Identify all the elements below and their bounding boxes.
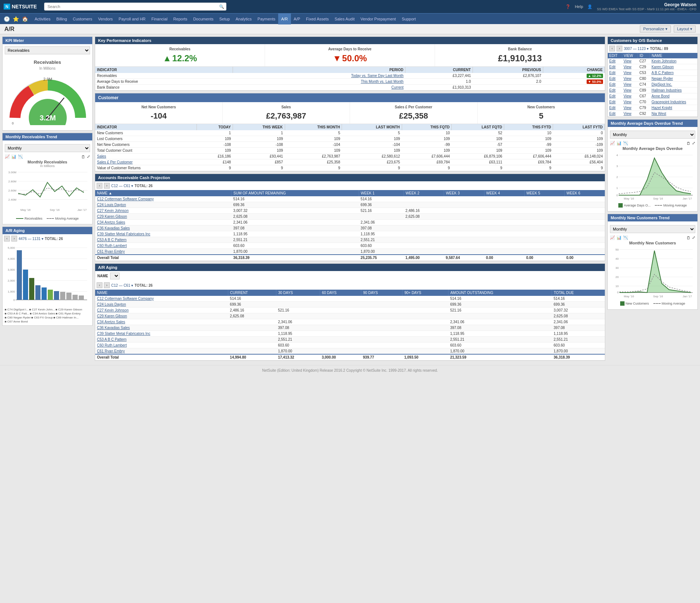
nav-activities[interactable]: Activities [32,13,53,24]
cos-name-2[interactable]: A B C Pattern [652,71,674,75]
cp-row-8-name[interactable]: C60 Ruth Lambert [97,244,127,248]
customers-os-next[interactable]: › [617,46,622,51]
cos-name-8[interactable]: Hazel Knight [652,106,672,110]
cos-view-6[interactable]: View [623,94,631,98]
monthly-receivables-select[interactable]: Monthly [5,144,90,152]
cos-edit-4[interactable]: Edit [609,82,615,86]
avgdays-chart-icon-area[interactable]: 📊 [617,141,622,146]
cos-name-5[interactable]: Hallman Industries [652,88,682,92]
nav-billing[interactable]: Billing [53,13,70,24]
cp-row-9-name[interactable]: C61 Ryan Embry [97,250,125,254]
layout-button[interactable]: Layout ▾ [674,26,696,32]
nav-reports[interactable]: Reports [170,13,190,24]
arac-row-0-name[interactable]: C12 Cotterman Software Company [97,297,154,301]
cp-row-0-name[interactable]: C12 Cotterman Software Company [97,197,154,201]
clock-icon[interactable]: 🕐 [4,16,10,22]
cp-row-1-name[interactable]: C24 Louis Dayton [97,203,126,207]
ar-aging-center-next[interactable]: › [104,282,110,288]
ar-aging-next[interactable]: › [11,236,17,241]
cos-edit-7[interactable]: Edit [609,100,615,104]
cos-edit-5[interactable]: Edit [609,88,615,92]
cash-proj-prev[interactable]: ‹ [97,183,102,189]
nav-vendor-prepayment[interactable]: Vendor Prepayment [358,13,399,24]
monthly-new-customers-select[interactable]: Monthly [610,225,695,233]
chart-icon-table[interactable]: 🗒 [81,155,85,159]
arac-row-6-name[interactable]: C39 Slatter Metal Fabricators Inc [97,332,150,336]
cust-row-salesper-name[interactable]: Sales £ Per Customer [95,159,197,165]
customers-os-prev[interactable]: ‹ [609,46,615,51]
cp-row-3-name[interactable]: C29 Karen Gibson [97,214,127,219]
arac-row-1-name[interactable]: C24 Louis Dayton [97,302,126,306]
cos-name-9[interactable]: Nia West [652,112,666,116]
star-icon[interactable]: ⭐ [13,16,19,22]
nav-fixed-assets[interactable]: Fixed Assets [303,13,331,24]
chart-icon-bar[interactable]: 📉 [18,154,23,159]
newcust-chart-icon-bar[interactable]: 📉 [623,235,628,240]
kpi-meter-select[interactable]: Receivables [5,46,90,54]
cp-row-4-name[interactable]: C34 Aretzo Sales [97,220,125,224]
help-text[interactable]: Help [575,4,583,9]
kpi-period-link-avgdays[interactable]: This Month vs. Last Month [361,80,404,84]
nav-customers[interactable]: Customers [70,13,95,24]
nav-ap[interactable]: A/P [291,13,303,24]
nav-support[interactable]: Support [399,13,419,24]
kpi-period-link-bank[interactable]: Current [392,85,404,89]
cos-view-3[interactable]: View [623,77,631,81]
ar-aging-center-prev[interactable]: ‹ [97,282,102,288]
cos-view-9[interactable]: View [623,112,631,116]
avgdays-chart-icon-line[interactable]: 📈 [610,141,615,146]
cos-view-5[interactable]: View [623,88,631,92]
cos-name-7[interactable]: Gracepoint Industries [652,100,686,104]
cust-row-sales-name[interactable]: Sales [95,154,197,159]
cos-name-6[interactable]: Anne Bond [652,94,670,98]
nav-ar[interactable]: A/R [278,13,291,24]
cos-name-3[interactable]: Negan Ryder [652,77,673,81]
nav-setup[interactable]: Setup [217,13,233,24]
kpi-period-link-receivables[interactable]: Today vs. Same Day Last Month [351,74,404,78]
search-input[interactable] [44,3,226,11]
cp-row-6-name[interactable]: C39 Slatter Metal Fabricators Inc [97,232,150,236]
cp-row-7-name[interactable]: C53 A B C Pattern [97,238,127,242]
name-filter-select[interactable] [110,272,120,279]
cos-edit-8[interactable]: Edit [609,106,615,110]
chart-icon-line[interactable]: 📈 [5,154,10,159]
newcust-chart-icon-line[interactable]: 📈 [610,235,615,240]
cos-edit-1[interactable]: Edit [609,65,615,69]
cos-view-0[interactable]: View [623,59,631,63]
newcust-chart-icon-table[interactable]: 🗒 [687,236,691,240]
cos-name-1[interactable]: Karen Gibson [652,65,674,69]
arac-row-8-name[interactable]: C60 Ruth Lambert [97,343,127,347]
cos-edit-2[interactable]: Edit [609,71,615,75]
arac-row-5-name[interactable]: C36 Kavadias Sales [97,326,130,330]
avgdays-chart-icon-bar[interactable]: 📉 [623,141,628,146]
ar-aging-range[interactable]: 4476 — 1131 ▾ [19,237,43,241]
nav-payments[interactable]: Payments [254,13,278,24]
cash-proj-range[interactable]: C12 — C61 ▾ [111,184,133,188]
cos-edit-9[interactable]: Edit [609,112,615,116]
cos-view-7[interactable]: View [623,100,631,104]
nav-vendors[interactable]: Vendors [95,13,116,24]
cos-view-8[interactable]: View [623,106,631,110]
cos-view-4[interactable]: View [623,82,631,86]
nav-documents[interactable]: Documents [190,13,217,24]
avgdays-chart-icon-expand[interactable]: ⤢ [692,141,695,146]
cash-proj-next[interactable]: › [104,183,110,189]
cos-edit-0[interactable]: Edit [609,59,615,63]
arac-row-3-name[interactable]: C29 Karen Gibson [97,314,127,318]
arac-row-9-name[interactable]: C61 Ryan Embry [97,349,125,353]
nav-payroll[interactable]: Payroll and HR [116,13,148,24]
chart-icon-expand[interactable]: ⤢ [87,154,90,159]
arac-row-4-name[interactable]: C34 Aretzo Sales [97,320,125,324]
ar-aging-center-range[interactable]: C12 — C61 ▾ [111,283,133,287]
cp-row-5-name[interactable]: C36 Kavadias Sales [97,226,130,230]
newcust-chart-icon-expand[interactable]: ⤢ [692,235,695,240]
help-icon[interactable]: ❓ [565,4,571,9]
chart-icon-area[interactable]: 📊 [11,154,16,159]
nav-financial[interactable]: Financial [148,13,170,24]
arac-row-2-name[interactable]: C27 Kevin Johnson [97,308,129,312]
cp-row-2-name[interactable]: C27 Kevin Johnson [97,209,129,213]
nav-analytics[interactable]: Analytics [233,13,254,24]
cos-edit-3[interactable]: Edit [609,77,615,81]
cos-edit-6[interactable]: Edit [609,94,615,98]
cos-name-0[interactable]: Kevin Johnston [652,59,676,63]
